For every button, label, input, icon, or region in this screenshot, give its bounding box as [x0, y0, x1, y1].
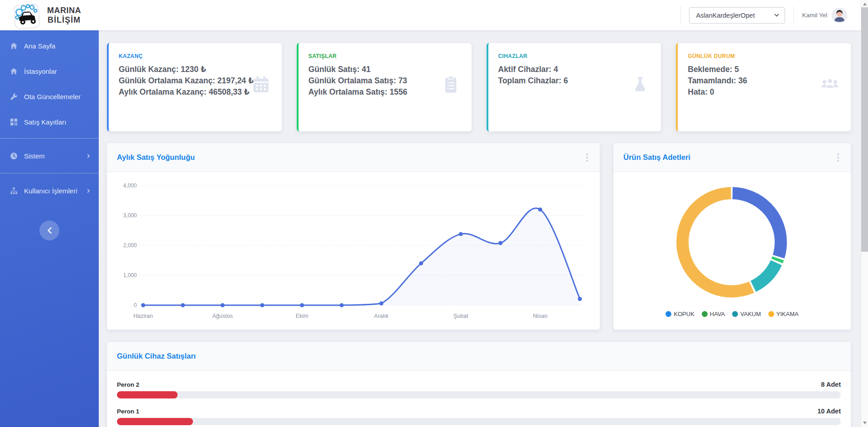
- chevron-left-icon: [47, 227, 52, 234]
- sidebar-collapse-button[interactable]: [39, 221, 59, 240]
- line-chart-svg: 01,0002,0003,0004,000HaziranAğustosEkimA…: [107, 172, 599, 329]
- charts-row: Aylık Satış Yoğunluğu 01,0002,0003,0004,…: [107, 143, 851, 330]
- header-divider: [680, 6, 681, 24]
- clock-icon: [10, 152, 18, 160]
- sidebar-item-label: Kullanıcı İşlemleri: [24, 187, 80, 195]
- progress-track: [117, 418, 841, 425]
- progress-fill: [117, 418, 193, 425]
- donut-chart-svg: [614, 172, 850, 308]
- progress-track: [117, 391, 841, 398]
- svg-text:Haziran: Haziran: [133, 313, 153, 319]
- svg-text:Şubat: Şubat: [453, 313, 468, 319]
- stat-cards-row: KAZANÇ Günlük Kazanç: 1230 ₺ Günlük Orta…: [107, 43, 851, 131]
- device-amount: 8 Adet: [821, 381, 841, 388]
- brand-logo: MARINA BİLİŞİM: [12, 1, 81, 29]
- svg-text:0: 0: [134, 302, 137, 308]
- sidebar-item-kullanici-islemleri[interactable]: Kullanıcı İşlemleri: [0, 177, 99, 204]
- home-icon: [10, 67, 18, 75]
- svg-text:1,000: 1,000: [123, 272, 137, 278]
- sidebar-item-sistem[interactable]: Sistem: [0, 142, 99, 169]
- stat-card-cihazlar: CIHAZLAR Aktif Cihazlar: 4 Toplam Cihazl…: [487, 43, 661, 131]
- users-icon: [821, 76, 839, 94]
- stat-card-gunluk-durum: GÜNLÜK DURUM Beklemede: 5 Tamamlandı: 36…: [676, 43, 851, 131]
- svg-text:2,000: 2,000: [123, 242, 137, 249]
- chevron-right-icon: [87, 189, 91, 193]
- stat-card-satislar: SATIŞLAR Günlük Satış: 41 Günlük Ortalam…: [297, 43, 472, 131]
- legend-item-vakum: VAKUM: [732, 311, 761, 317]
- legend-item-kopuk: KOPUK: [665, 311, 694, 317]
- station-select-value: AslanKardeşlerOpet: [696, 12, 755, 19]
- panel-title: Aylık Satış Yoğunluğu: [117, 153, 195, 162]
- svg-text:4,000: 4,000: [123, 182, 137, 189]
- legend-dot: [665, 311, 671, 317]
- device-sales-row: Peron 2 8 Adet: [117, 381, 841, 398]
- panel-title: Günlük Cihaz Satışları: [117, 352, 196, 360]
- legend-dot: [768, 311, 774, 317]
- svg-text:Aralık: Aralık: [374, 313, 389, 319]
- device-sales-row: Peron 1 10 Adet: [117, 408, 841, 425]
- daily-device-sales-panel: Günlük Cihaz Satışları Peron 2 8 Adet Pe…: [107, 342, 851, 427]
- sidebar-divider: [0, 173, 99, 173]
- wrench-icon: [10, 93, 18, 101]
- progress-fill: [117, 391, 178, 398]
- sidebar-item-ana-sayfa[interactable]: Ana Sayfa: [0, 33, 99, 58]
- main-content: KAZANÇ Günlük Kazanç: 1230 ₺ Günlük Orta…: [99, 30, 861, 427]
- sitemap-icon: [10, 187, 18, 195]
- stat-card-kazanc: KAZANÇ Günlük Kazanç: 1230 ₺ Günlük Orta…: [107, 43, 282, 131]
- panel-header: Aylık Satış Yoğunluğu: [107, 143, 600, 172]
- donut-chart-body: KOPUK HAVA VAKUM YIKAMA: [613, 172, 851, 317]
- sidebar-item-label: Ota Güncellemeler: [24, 93, 91, 101]
- stat-card-values: Günlük Kazanç: 1230 ₺ Günlük Ortalama Ka…: [119, 64, 255, 98]
- daily-device-sales-body: Peron 2 8 Adet Peron 1 10 Adet: [107, 371, 851, 425]
- svg-text:3,000: 3,000: [123, 212, 137, 219]
- sidebar: Ana Sayfa İstasyonlar Ota Güncellemeler …: [0, 30, 99, 427]
- scrollbar-thumb[interactable]: [861, 7, 868, 252]
- device-label: Peron 2: [117, 381, 140, 388]
- stat-card-values: Aktif Cihazlar: 4 Toplam Cihazlar: 6: [498, 64, 634, 86]
- stat-card-label: SATIŞLAR: [309, 53, 461, 59]
- donut-legend: KOPUK HAVA VAKUM YIKAMA: [665, 311, 798, 317]
- chevron-right-icon: [87, 154, 91, 158]
- brand-name: MARINA BİLİŞİM: [47, 6, 81, 24]
- top-header: MARINA BİLİŞİM AslanKardeşlerOpet Kamil …: [0, 0, 861, 30]
- sidebar-item-istasyonlar[interactable]: İstasyonlar: [0, 58, 99, 84]
- sidebar-item-satis-kayitlari[interactable]: Satış Kayıtları: [0, 109, 99, 134]
- calendar-icon: [252, 76, 270, 94]
- chevron-down-icon: [774, 14, 779, 17]
- sidebar-item-ota-guncellemeler[interactable]: Ota Güncellemeler: [0, 84, 99, 109]
- station-select[interactable]: AslanKardeşlerOpet: [689, 7, 785, 24]
- sidebar-divider: [0, 138, 99, 139]
- device-label: Peron 1: [117, 408, 140, 415]
- legend-dot: [732, 311, 738, 317]
- svg-text:Ağustos: Ağustos: [212, 313, 233, 319]
- sidebar-item-label: İstasyonlar: [24, 67, 91, 75]
- sidebar-item-label: Sistem: [24, 152, 80, 160]
- kebab-menu-icon[interactable]: [835, 152, 841, 163]
- stat-card-label: GÜNLÜK DURUM: [688, 53, 840, 59]
- legend-dot: [702, 311, 708, 317]
- panel-header: Ürün Satış Adetleri: [613, 143, 851, 172]
- sidebar-item-label: Ana Sayfa: [24, 42, 91, 50]
- qr-grid-icon: [10, 118, 18, 126]
- user-menu[interactable]: Kamil Yel: [802, 8, 847, 23]
- user-avatar[interactable]: [832, 8, 847, 23]
- legend-item-yikama: YIKAMA: [768, 311, 799, 317]
- legend-item-hava: HAVA: [702, 311, 725, 317]
- stat-card-label: KAZANÇ: [119, 53, 271, 59]
- user-name: Kamil Yel: [802, 12, 827, 19]
- product-sales-panel: Ürün Satış Adetleri KOPUK HAVA VAKUM YIK…: [613, 143, 851, 330]
- monthly-sales-panel: Aylık Satış Yoğunluğu 01,0002,0003,0004,…: [107, 143, 600, 330]
- kebab-menu-icon[interactable]: [584, 152, 590, 163]
- scrollbar-down-arrow-icon[interactable]: [863, 422, 867, 424]
- scrollbar-up-arrow-icon[interactable]: [863, 3, 867, 5]
- stat-card-values: Beklemede: 5 Tamamlandı: 36 Hata: 0: [688, 64, 824, 98]
- sidebar-item-label: Satış Kayıtları: [24, 118, 91, 126]
- panel-header: Günlük Cihaz Satışları: [107, 342, 851, 371]
- home-icon: [10, 42, 18, 50]
- carwash-logo-icon: [12, 2, 42, 29]
- svg-text:Nisan: Nisan: [533, 313, 547, 319]
- stat-card-values: Günlük Satış: 41 Günlük Ortalama Satış: …: [309, 64, 444, 98]
- stat-card-label: CIHAZLAR: [498, 53, 651, 59]
- flask-icon: [631, 76, 649, 94]
- clipboard-icon: [442, 76, 460, 94]
